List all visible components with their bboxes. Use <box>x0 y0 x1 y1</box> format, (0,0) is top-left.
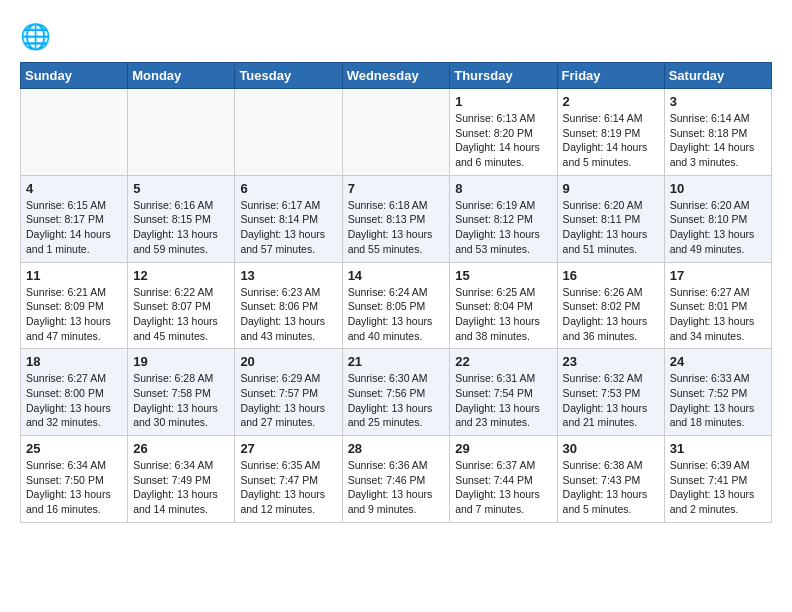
calendar-day-cell: 20Sunrise: 6:29 AM Sunset: 7:57 PM Dayli… <box>235 349 342 436</box>
day-info: Sunrise: 6:37 AM Sunset: 7:44 PM Dayligh… <box>455 458 551 517</box>
calendar-header: SundayMondayTuesdayWednesdayThursdayFrid… <box>21 63 772 89</box>
calendar-header-cell: Tuesday <box>235 63 342 89</box>
day-number: 22 <box>455 354 551 369</box>
day-info: Sunrise: 6:27 AM Sunset: 8:00 PM Dayligh… <box>26 371 122 430</box>
calendar-day-cell: 27Sunrise: 6:35 AM Sunset: 7:47 PM Dayli… <box>235 436 342 523</box>
calendar-day-cell: 31Sunrise: 6:39 AM Sunset: 7:41 PM Dayli… <box>664 436 771 523</box>
day-info: Sunrise: 6:20 AM Sunset: 8:10 PM Dayligh… <box>670 198 766 257</box>
day-number: 21 <box>348 354 445 369</box>
calendar-day-cell: 19Sunrise: 6:28 AM Sunset: 7:58 PM Dayli… <box>128 349 235 436</box>
day-info: Sunrise: 6:17 AM Sunset: 8:14 PM Dayligh… <box>240 198 336 257</box>
day-number: 7 <box>348 181 445 196</box>
calendar-week-row: 25Sunrise: 6:34 AM Sunset: 7:50 PM Dayli… <box>21 436 772 523</box>
day-info: Sunrise: 6:26 AM Sunset: 8:02 PM Dayligh… <box>563 285 659 344</box>
calendar-week-row: 11Sunrise: 6:21 AM Sunset: 8:09 PM Dayli… <box>21 262 772 349</box>
calendar-day-cell <box>342 89 450 176</box>
day-number: 2 <box>563 94 659 109</box>
day-info: Sunrise: 6:29 AM Sunset: 7:57 PM Dayligh… <box>240 371 336 430</box>
day-info: Sunrise: 6:30 AM Sunset: 7:56 PM Dayligh… <box>348 371 445 430</box>
day-number: 30 <box>563 441 659 456</box>
calendar-header-cell: Saturday <box>664 63 771 89</box>
day-number: 16 <box>563 268 659 283</box>
logo: 🌐 <box>20 20 56 52</box>
calendar-day-cell: 2Sunrise: 6:14 AM Sunset: 8:19 PM Daylig… <box>557 89 664 176</box>
day-info: Sunrise: 6:34 AM Sunset: 7:50 PM Dayligh… <box>26 458 122 517</box>
calendar-day-cell: 5Sunrise: 6:16 AM Sunset: 8:15 PM Daylig… <box>128 175 235 262</box>
day-number: 9 <box>563 181 659 196</box>
calendar-day-cell: 21Sunrise: 6:30 AM Sunset: 7:56 PM Dayli… <box>342 349 450 436</box>
day-number: 6 <box>240 181 336 196</box>
calendar-day-cell <box>235 89 342 176</box>
day-info: Sunrise: 6:14 AM Sunset: 8:19 PM Dayligh… <box>563 111 659 170</box>
calendar-header-cell: Wednesday <box>342 63 450 89</box>
calendar-day-cell <box>128 89 235 176</box>
day-info: Sunrise: 6:35 AM Sunset: 7:47 PM Dayligh… <box>240 458 336 517</box>
day-number: 20 <box>240 354 336 369</box>
calendar-day-cell: 15Sunrise: 6:25 AM Sunset: 8:04 PM Dayli… <box>450 262 557 349</box>
day-number: 23 <box>563 354 659 369</box>
calendar-header-cell: Thursday <box>450 63 557 89</box>
calendar-day-cell: 30Sunrise: 6:38 AM Sunset: 7:43 PM Dayli… <box>557 436 664 523</box>
calendar-day-cell: 26Sunrise: 6:34 AM Sunset: 7:49 PM Dayli… <box>128 436 235 523</box>
calendar-day-cell: 8Sunrise: 6:19 AM Sunset: 8:12 PM Daylig… <box>450 175 557 262</box>
day-info: Sunrise: 6:20 AM Sunset: 8:11 PM Dayligh… <box>563 198 659 257</box>
day-number: 11 <box>26 268 122 283</box>
calendar-day-cell: 13Sunrise: 6:23 AM Sunset: 8:06 PM Dayli… <box>235 262 342 349</box>
day-number: 15 <box>455 268 551 283</box>
calendar-day-cell: 17Sunrise: 6:27 AM Sunset: 8:01 PM Dayli… <box>664 262 771 349</box>
day-info: Sunrise: 6:31 AM Sunset: 7:54 PM Dayligh… <box>455 371 551 430</box>
calendar-week-row: 18Sunrise: 6:27 AM Sunset: 8:00 PM Dayli… <box>21 349 772 436</box>
calendar-day-cell: 6Sunrise: 6:17 AM Sunset: 8:14 PM Daylig… <box>235 175 342 262</box>
day-number: 3 <box>670 94 766 109</box>
day-info: Sunrise: 6:28 AM Sunset: 7:58 PM Dayligh… <box>133 371 229 430</box>
calendar-day-cell: 1Sunrise: 6:13 AM Sunset: 8:20 PM Daylig… <box>450 89 557 176</box>
day-number: 14 <box>348 268 445 283</box>
calendar-header-cell: Sunday <box>21 63 128 89</box>
calendar-week-row: 4Sunrise: 6:15 AM Sunset: 8:17 PM Daylig… <box>21 175 772 262</box>
day-number: 29 <box>455 441 551 456</box>
day-info: Sunrise: 6:18 AM Sunset: 8:13 PM Dayligh… <box>348 198 445 257</box>
calendar-table: SundayMondayTuesdayWednesdayThursdayFrid… <box>20 62 772 523</box>
day-number: 19 <box>133 354 229 369</box>
day-number: 5 <box>133 181 229 196</box>
calendar-day-cell: 18Sunrise: 6:27 AM Sunset: 8:00 PM Dayli… <box>21 349 128 436</box>
svg-text:🌐: 🌐 <box>20 21 52 52</box>
day-info: Sunrise: 6:27 AM Sunset: 8:01 PM Dayligh… <box>670 285 766 344</box>
calendar-day-cell: 22Sunrise: 6:31 AM Sunset: 7:54 PM Dayli… <box>450 349 557 436</box>
calendar-day-cell <box>21 89 128 176</box>
day-info: Sunrise: 6:19 AM Sunset: 8:12 PM Dayligh… <box>455 198 551 257</box>
day-number: 18 <box>26 354 122 369</box>
calendar-day-cell: 4Sunrise: 6:15 AM Sunset: 8:17 PM Daylig… <box>21 175 128 262</box>
calendar-day-cell: 16Sunrise: 6:26 AM Sunset: 8:02 PM Dayli… <box>557 262 664 349</box>
calendar-day-cell: 3Sunrise: 6:14 AM Sunset: 8:18 PM Daylig… <box>664 89 771 176</box>
calendar-day-cell: 7Sunrise: 6:18 AM Sunset: 8:13 PM Daylig… <box>342 175 450 262</box>
calendar-day-cell: 9Sunrise: 6:20 AM Sunset: 8:11 PM Daylig… <box>557 175 664 262</box>
day-info: Sunrise: 6:32 AM Sunset: 7:53 PM Dayligh… <box>563 371 659 430</box>
calendar-day-cell: 12Sunrise: 6:22 AM Sunset: 8:07 PM Dayli… <box>128 262 235 349</box>
day-info: Sunrise: 6:23 AM Sunset: 8:06 PM Dayligh… <box>240 285 336 344</box>
calendar-day-cell: 28Sunrise: 6:36 AM Sunset: 7:46 PM Dayli… <box>342 436 450 523</box>
day-info: Sunrise: 6:38 AM Sunset: 7:43 PM Dayligh… <box>563 458 659 517</box>
day-info: Sunrise: 6:15 AM Sunset: 8:17 PM Dayligh… <box>26 198 122 257</box>
calendar-week-row: 1Sunrise: 6:13 AM Sunset: 8:20 PM Daylig… <box>21 89 772 176</box>
day-number: 10 <box>670 181 766 196</box>
day-info: Sunrise: 6:22 AM Sunset: 8:07 PM Dayligh… <box>133 285 229 344</box>
calendar-body: 1Sunrise: 6:13 AM Sunset: 8:20 PM Daylig… <box>21 89 772 523</box>
calendar-day-cell: 23Sunrise: 6:32 AM Sunset: 7:53 PM Dayli… <box>557 349 664 436</box>
day-info: Sunrise: 6:16 AM Sunset: 8:15 PM Dayligh… <box>133 198 229 257</box>
day-info: Sunrise: 6:34 AM Sunset: 7:49 PM Dayligh… <box>133 458 229 517</box>
day-info: Sunrise: 6:39 AM Sunset: 7:41 PM Dayligh… <box>670 458 766 517</box>
day-number: 8 <box>455 181 551 196</box>
day-number: 13 <box>240 268 336 283</box>
day-info: Sunrise: 6:21 AM Sunset: 8:09 PM Dayligh… <box>26 285 122 344</box>
day-number: 24 <box>670 354 766 369</box>
calendar-day-cell: 24Sunrise: 6:33 AM Sunset: 7:52 PM Dayli… <box>664 349 771 436</box>
day-info: Sunrise: 6:33 AM Sunset: 7:52 PM Dayligh… <box>670 371 766 430</box>
page-header: 🌐 <box>20 16 772 52</box>
day-number: 31 <box>670 441 766 456</box>
day-info: Sunrise: 6:13 AM Sunset: 8:20 PM Dayligh… <box>455 111 551 170</box>
day-info: Sunrise: 6:25 AM Sunset: 8:04 PM Dayligh… <box>455 285 551 344</box>
day-number: 17 <box>670 268 766 283</box>
calendar-day-cell: 10Sunrise: 6:20 AM Sunset: 8:10 PM Dayli… <box>664 175 771 262</box>
calendar-header-cell: Monday <box>128 63 235 89</box>
